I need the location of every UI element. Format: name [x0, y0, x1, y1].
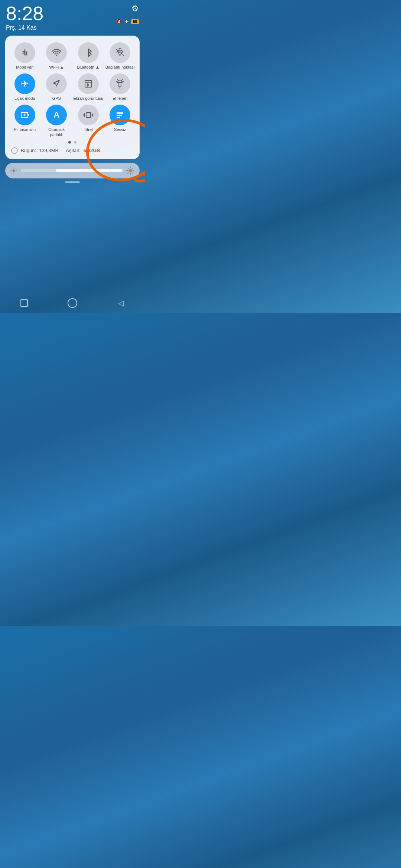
brightness-track[interactable] — [21, 169, 123, 172]
silent-label: Sessiz — [114, 127, 126, 132]
handle-bar — [65, 181, 80, 183]
battery-badge: 80 — [131, 19, 139, 24]
airplane-label: Uçak modu — [14, 96, 35, 101]
silent-icon[interactable] — [110, 105, 130, 125]
svg-rect-16 — [86, 112, 91, 118]
qs-mobile-data[interactable]: ⇅ Mobil veri — [10, 42, 40, 70]
qs-airplane[interactable]: ✈ Uçak modu — [10, 73, 40, 101]
dot-2 — [74, 141, 76, 144]
svg-line-35 — [132, 172, 133, 173]
data-usage: Bugün: 139,3MB Aşılan: 5,42GB — [10, 147, 135, 154]
airplane-status-icon: ✈ — [124, 19, 129, 24]
gps-icon[interactable] — [46, 73, 67, 94]
time-block: 8:28 Prş, 14 Kas — [6, 4, 43, 31]
qs-torch[interactable]: El feneri — [105, 73, 136, 101]
svg-point-24 — [13, 169, 15, 172]
brightness-low-icon — [10, 167, 17, 174]
torch-icon[interactable] — [110, 73, 130, 94]
svg-rect-23 — [117, 117, 120, 118]
date: Prş, 14 Kas — [6, 24, 43, 31]
svg-rect-22 — [117, 115, 122, 116]
hotspot-icon[interactable] — [110, 42, 130, 63]
svg-line-34 — [128, 168, 128, 168]
qs-battery-saver[interactable]: + Pil tasarrufu — [10, 105, 40, 137]
mobile-data-label: Mobil veri — [16, 65, 33, 70]
data-circle-icon — [11, 147, 18, 154]
svg-point-2 — [119, 54, 121, 56]
auto-brightness-label: Otomatik parlakl. — [42, 127, 72, 137]
wifi-label: Wi-Fi ▲ — [49, 65, 64, 70]
wifi-icon[interactable] — [46, 42, 67, 63]
bluetooth-label: Bluetooth ▲ — [77, 65, 100, 70]
exceeded-label: Aşılan: — [66, 148, 81, 153]
svg-point-29 — [129, 169, 132, 172]
svg-line-9 — [117, 79, 118, 80]
vibrate-icon[interactable] — [78, 105, 99, 125]
battery-saver-label: Pil tasarrufu — [14, 127, 36, 132]
dot-1 — [68, 141, 71, 144]
svg-line-37 — [132, 168, 133, 168]
qs-gps[interactable]: GPS — [42, 73, 72, 101]
vibrate-label: Titret — [84, 127, 93, 132]
bluetooth-icon[interactable] — [78, 42, 99, 63]
svg-rect-4 — [85, 80, 92, 87]
svg-line-12 — [123, 81, 124, 82]
recents-button[interactable] — [17, 296, 32, 310]
clock: 8:28 — [6, 4, 43, 23]
qs-screenshot[interactable]: Ekran görüntüsü — [73, 73, 104, 101]
qs-silent[interactable]: Sessiz — [105, 105, 136, 137]
auto-brightness-icon[interactable]: A — [46, 105, 67, 125]
qs-auto-brightness[interactable]: A Otomatik parlakl. — [42, 105, 72, 137]
svg-rect-14 — [28, 114, 29, 116]
svg-rect-7 — [119, 82, 121, 87]
svg-text:+: + — [23, 112, 26, 118]
screenshot-icon[interactable] — [78, 73, 99, 94]
qs-hotspot[interactable]: Bağlantı noktası — [105, 42, 136, 70]
screenshot-label: Ekran görüntüsü — [73, 96, 103, 101]
airplane-icon[interactable]: ✈ — [14, 73, 35, 94]
brightness-fill — [21, 169, 56, 172]
home-button[interactable] — [65, 296, 80, 310]
exceeded-value: 5,42GB — [84, 148, 100, 153]
battery-saver-icon[interactable]: + — [14, 105, 35, 125]
mute-icon: 🔇 — [116, 19, 122, 24]
settings-icon[interactable]: ⚙ — [131, 4, 139, 13]
pagination — [10, 141, 135, 144]
qs-vibrate[interactable]: Titret — [73, 105, 104, 137]
mobile-data-icon[interactable]: ⇅ — [14, 42, 35, 63]
today-label: Bugün: — [21, 148, 36, 153]
qs-bluetooth[interactable]: Bluetooth ▲ — [73, 42, 104, 70]
nav-bar: ◁ — [0, 295, 145, 313]
status-bar: 8:28 Prş, 14 Kas ⚙ 🔇 ✈ 80 — [0, 0, 145, 33]
svg-point-1 — [56, 55, 57, 56]
quick-settings-panel: ⇅ Mobil veri Wi-Fi ▲ — [5, 36, 140, 159]
hotspot-label: Bağlantı noktası — [105, 65, 135, 70]
today-value: 139,3MB — [39, 148, 58, 153]
back-button[interactable]: ◁ — [113, 296, 128, 310]
status-icons: 🔇 ✈ 80 — [116, 19, 139, 24]
svg-line-36 — [128, 172, 128, 173]
gps-label: GPS — [52, 96, 61, 101]
svg-line-10 — [122, 79, 123, 80]
torch-label: El feneri — [113, 96, 127, 101]
svg-text:⇅: ⇅ — [22, 50, 27, 57]
svg-line-11 — [116, 81, 117, 82]
brightness-bar[interactable] — [5, 163, 140, 178]
quick-settings-grid: ⇅ Mobil veri Wi-Fi ▲ — [10, 42, 135, 137]
svg-rect-21 — [117, 112, 123, 114]
brightness-high-icon — [126, 167, 134, 175]
qs-wifi[interactable]: Wi-Fi ▲ — [42, 42, 72, 70]
